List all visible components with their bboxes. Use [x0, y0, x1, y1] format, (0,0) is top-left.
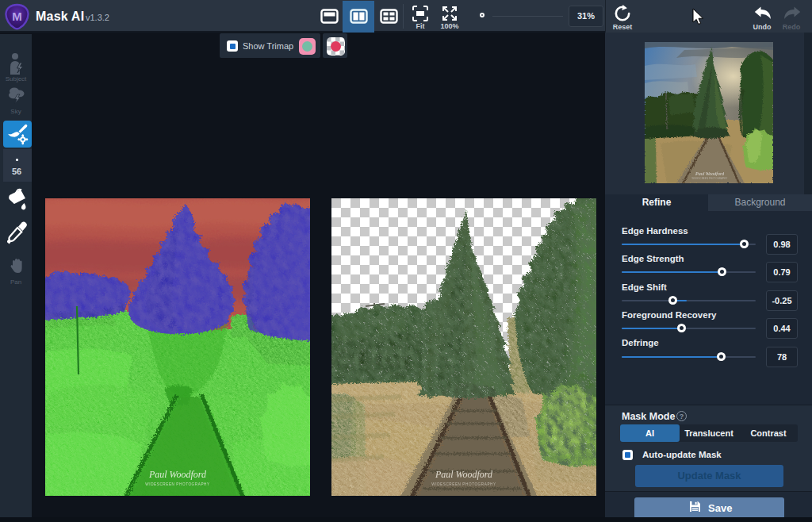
svg-text:Paul Woodford: Paul Woodford	[148, 469, 207, 480]
svg-text:Paul Woodford: Paul Woodford	[435, 469, 493, 480]
svg-text:WIDESCREEN PHOTOGRAPHY: WIDESCREEN PHOTOGRAPHY	[431, 482, 496, 486]
svg-text:WIDESCREEN PHOTOGRAPHY: WIDESCREEN PHOTOGRAPHY	[691, 177, 727, 180]
svg-text:Paul Woodford: Paul Woodford	[695, 171, 725, 176]
svg-text:M: M	[12, 10, 22, 23]
svg-text:WIDESCREEN PHOTOGRAPHY: WIDESCREEN PHOTOGRAPHY	[145, 482, 209, 486]
